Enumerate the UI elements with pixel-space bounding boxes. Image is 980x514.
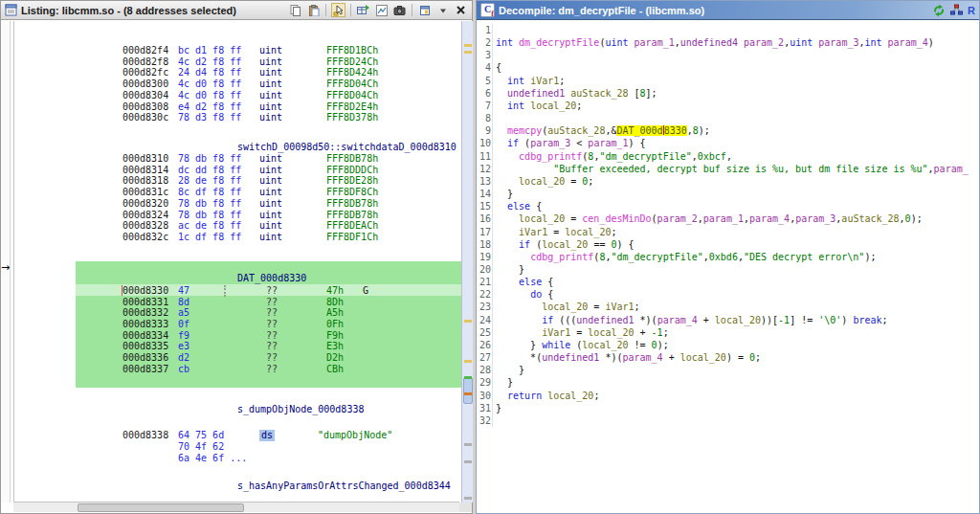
listing-row[interactable]: 000d832078 db f8 ffuintFFF8DB78h [14, 198, 461, 210]
listing-row[interactable]: 6a 4e 6f ... [14, 453, 461, 464]
code-token: if [519, 239, 530, 250]
diff-view-icon[interactable] [356, 3, 370, 17]
listing-row[interactable]: 000d83004c d0 f8 ffuintFFF8D04Ch [14, 78, 461, 90]
refresh-icon[interactable] [931, 3, 946, 17]
close-icon[interactable] [454, 3, 468, 17]
listing-label-row[interactable]: switchD_00098d50::switchdataD_000d8310 [14, 142, 461, 153]
byte-values: e3 [178, 341, 189, 352]
code-line[interactable]: 12 "Buffer exceeded, decrypt buf size is… [478, 163, 978, 175]
code-token: local_20 [542, 302, 588, 312]
listing-row[interactable]: 000d831078 db f8 ffuintFFF8DB78h [14, 153, 461, 165]
code-line[interactable]: 32 [478, 414, 978, 427]
code-token: local_20 [565, 227, 611, 237]
code-lines: 12int dm_decryptFile(uint param_1,undefi… [478, 24, 978, 427]
code-line[interactable]: 30 return local_20; [478, 390, 978, 402]
code-line[interactable]: 17 iVar1 = local_20; [478, 226, 978, 238]
code-line[interactable]: 29 } [478, 376, 978, 389]
listing-row[interactable]: 000d830c78 d3 f8 ffuintFFF8D378h [14, 112, 461, 123]
code-line[interactable]: 31} [478, 402, 978, 414]
code-line[interactable]: 20 } [478, 263, 978, 276]
code-line[interactable]: 18 if (local_20 == 0) { [478, 238, 978, 251]
code-token: param_4 [622, 352, 662, 363]
code-line[interactable]: 2int dm_decryptFile(uint param_1,undefin… [478, 36, 978, 49]
listing-view[interactable]: 000d82f4bc d1 f8 ffuintFFF8D1BCh000d82f8… [14, 21, 461, 503]
code-line[interactable]: 8 [478, 112, 978, 124]
code-token: undefined4 [680, 37, 738, 48]
code-line[interactable]: 26 } while (local_20 != 0); [478, 339, 978, 351]
graph-view-icon[interactable] [374, 3, 389, 17]
dropdown-arrow-icon[interactable] [435, 3, 450, 17]
code-token: ) = [726, 352, 749, 363]
code-token: ))[ [761, 315, 778, 325]
byte-values: 78 db f8 ff [178, 153, 241, 165]
code-line[interactable]: 5 int iVar1; [478, 75, 978, 87]
code-line[interactable]: 28 } [478, 364, 978, 376]
code-token: DAT_000d [616, 125, 662, 136]
listing-row[interactable]: 000d8328ac de f8 ffuintFFF8DEACh [14, 220, 461, 232]
scrollbar-marker [464, 392, 472, 395]
paste-icon[interactable] [306, 3, 321, 17]
code-line[interactable]: 27 *(undefined1 *)(param_4 + local_20) =… [478, 351, 978, 364]
listing-horizontal-scrollbar[interactable] [13, 502, 459, 512]
listing-row[interactable]: 000d82f4bc d1 f8 ffuintFFF8D1BCh [14, 45, 461, 56]
code-token: ); [657, 340, 669, 350]
code-line[interactable]: 15 else { [478, 200, 978, 212]
line-number: 21 [478, 276, 493, 288]
code-line[interactable]: 1 [478, 24, 978, 36]
listing-row[interactable]: 000d8336d2??D2h [14, 352, 461, 364]
symbol-label: s_dumpObjNode_000d8338 [237, 404, 364, 415]
code-line[interactable]: 6 undefined1 auStack_28 [8]; [478, 87, 978, 100]
code-line[interactable]: 4{ [478, 61, 978, 74]
code-line[interactable]: 25 iVar1 = local_20 + -1; [478, 326, 978, 339]
code-line[interactable]: 21 else { [478, 276, 978, 288]
copy-icon[interactable] [288, 3, 302, 17]
listing-panel-header[interactable]: Listing: libcmm.so - (8 addresses select… [1, 1, 472, 20]
line-number: 3 [478, 49, 493, 61]
listing-row[interactable]: 000d8332a5??A5h [14, 307, 461, 319]
listing-row[interactable]: 000d833047??47hG [14, 285, 461, 297]
code-line[interactable]: 14 } [478, 188, 978, 200]
code-line[interactable]: 7 int local_20; [478, 100, 978, 112]
code-line[interactable]: 16 local_20 = cen_desMinDo(param_2,param… [478, 212, 978, 225]
code-line[interactable]: 23 local_20 = iVar1; [478, 301, 978, 313]
function-graph-icon[interactable] [949, 3, 964, 17]
code-token: ) [841, 315, 853, 325]
listing-row[interactable]: 70 4f 62 [14, 441, 461, 453]
code-line[interactable]: 22 do { [478, 288, 978, 301]
code-line[interactable]: 11 cdbg_printf(8,"dm_decryptFile",0xbcf, [478, 150, 978, 163]
code-token: { [496, 62, 501, 73]
clipped-toolbar-button[interactable]: R [968, 5, 975, 16]
listing-row[interactable]: 000d8335e3??E3h [14, 341, 461, 352]
listing-label-row[interactable]: s_dumpObjNode_000d8338 [14, 404, 461, 415]
listing-row[interactable]: 000d83044c d0 f8 ffuintFFF8D04Ch [14, 90, 461, 101]
code-line[interactable]: 3 [478, 49, 978, 61]
scrollbar-thumb[interactable] [78, 503, 244, 512]
scrollbar-marker [464, 376, 472, 379]
code-token: param_3 [530, 138, 570, 148]
byte-values: 0f [178, 319, 189, 330]
listing-row[interactable]: 000d83330f??0Fh [14, 319, 461, 330]
code-line[interactable]: 9 memcpy(auStack_28,&DAT_000d8330,8); [478, 124, 978, 137]
clone-window-icon[interactable] [417, 3, 432, 17]
listing-row[interactable]: 000d833864 75 6dds"dumpObjNode" [14, 430, 461, 441]
listing-row[interactable]: 000d831828 de f8 ffuintFFF8DE28h [14, 175, 461, 187]
listing-row[interactable]: 000d82fc24 d4 f8 ffuintFFF8D424h [14, 67, 461, 78]
mnemonic: uint [259, 67, 282, 78]
code-line[interactable]: 24 if (((undefined1 *)(param_4 + local_2… [478, 314, 978, 326]
listing-row[interactable]: 000d831c8c df f8 ffuintFFF8DF8Ch [14, 187, 461, 198]
listing-row[interactable]: 000d8337cb??CBh [14, 364, 461, 375]
listing-label-row[interactable]: DAT_000d8330 [14, 273, 461, 284]
cursor-location-icon[interactable] [331, 3, 345, 17]
snapshot-camera-icon[interactable] [392, 3, 407, 17]
code-line[interactable]: 19 cdbg_printf(8,"dm_decryptFile",0xbd6,… [478, 251, 978, 263]
listing-label-row[interactable]: s_hasAnyParamsOrAttrsChanged_000d8344 [14, 480, 461, 492]
decompiler-icon: Cf [480, 3, 495, 17]
decompile-code-view[interactable]: 12int dm_decryptFile(uint param_1,undefi… [478, 21, 978, 512]
address: 000d832c [122, 232, 168, 243]
decompile-panel-header[interactable]: Cf Decompile: dm_decryptFile - (libcmm.s… [477, 1, 979, 20]
code-line[interactable]: 10 if (param_3 < param_1) { [478, 137, 978, 149]
scrollbar-marker [464, 497, 472, 500]
scrollbar-thumb[interactable] [463, 377, 473, 404]
listing-row[interactable]: 000d832c1c df f8 ffuintFFF8DF1Ch [14, 232, 461, 243]
code-line[interactable]: 13 local_20 = 0; [478, 175, 978, 188]
